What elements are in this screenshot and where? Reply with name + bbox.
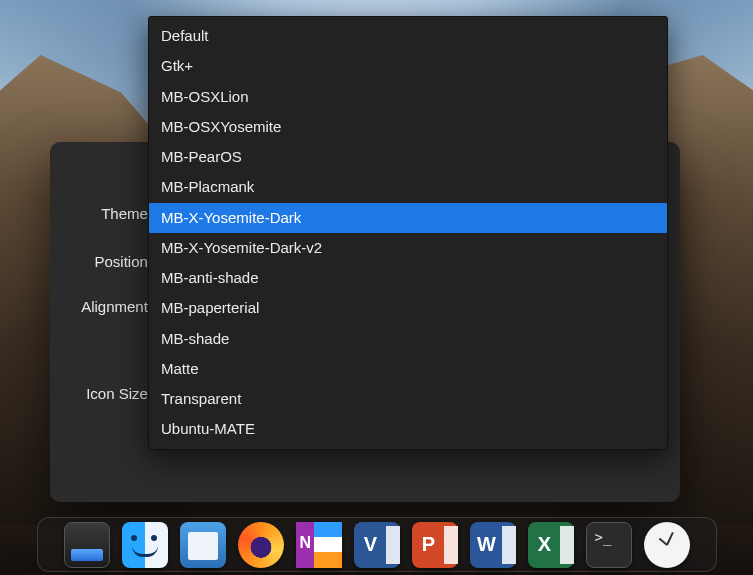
theme-option[interactable]: Ubuntu-MATE	[149, 414, 667, 444]
theme-option[interactable]: MB-PearOS	[149, 142, 667, 172]
dock-icon-files[interactable]	[180, 522, 226, 568]
dock-icon-onenote[interactable]	[296, 522, 342, 568]
dock-icon-finder[interactable]	[122, 522, 168, 568]
theme-option[interactable]: MB-OSXLion	[149, 82, 667, 112]
dock-icon-plank[interactable]	[64, 522, 110, 568]
theme-option[interactable]: Gtk+	[149, 51, 667, 81]
dock-icon-ppt[interactable]: P	[412, 522, 458, 568]
theme-option[interactable]: MB-paperterial	[149, 293, 667, 323]
theme-option[interactable]: Transparent	[149, 384, 667, 414]
theme-option[interactable]: MB-X-Yosemite-Dark-v2	[149, 233, 667, 263]
theme-option[interactable]: MB-X-Yosemite-Dark	[149, 203, 667, 233]
theme-option[interactable]: MB-shade	[149, 324, 667, 354]
theme-option[interactable]: Matte	[149, 354, 667, 384]
dock-icon-clock[interactable]	[644, 522, 690, 568]
theme-dropdown-list[interactable]: DefaultGtk+MB-OSXLionMB-OSXYosemiteMB-Pe…	[148, 16, 668, 450]
theme-option[interactable]: MB-Placmank	[149, 172, 667, 202]
theme-option[interactable]: MB-OSXYosemite	[149, 112, 667, 142]
dock-icon-excel[interactable]: X	[528, 522, 574, 568]
dock-icon-terminal[interactable]	[586, 522, 632, 568]
dock-icon-word[interactable]: W	[470, 522, 516, 568]
dock-icon-visio[interactable]: V	[354, 522, 400, 568]
dock-icon-firefox[interactable]	[238, 522, 284, 568]
dock: VPWX	[37, 517, 717, 572]
theme-option[interactable]: MB-anti-shade	[149, 263, 667, 293]
theme-option[interactable]: Default	[149, 21, 667, 51]
